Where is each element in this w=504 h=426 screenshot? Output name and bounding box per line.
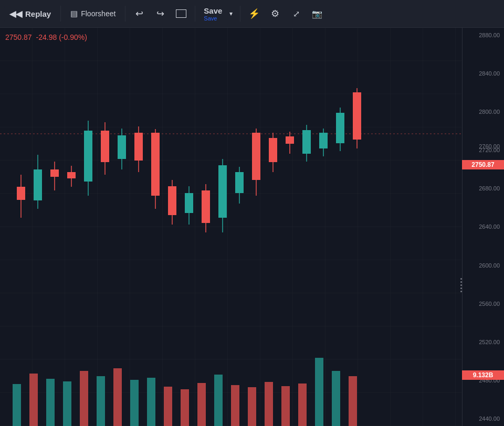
edge-dot xyxy=(460,291,462,292)
price-label-2880: 2880.00 xyxy=(463,32,504,38)
svg-rect-20 xyxy=(134,133,143,161)
fullscreen-button[interactable]: ⤢ xyxy=(287,4,306,23)
svg-rect-67 xyxy=(349,376,357,426)
svg-rect-36 xyxy=(269,138,277,162)
svg-rect-57 xyxy=(181,389,189,426)
svg-rect-66 xyxy=(332,371,340,426)
svg-rect-6 xyxy=(17,187,25,200)
svg-rect-46 xyxy=(353,92,361,140)
chart-area[interactable]: 2750.87 -24.98 (-0.90%) xyxy=(0,28,504,426)
price-label-2800: 2800.00 xyxy=(463,109,504,115)
gear-icon: ⚙ xyxy=(271,8,279,19)
current-price: 2750.87 xyxy=(5,33,32,41)
svg-rect-10 xyxy=(50,169,59,177)
svg-rect-34 xyxy=(252,133,260,180)
svg-rect-49 xyxy=(46,379,55,426)
current-price-badge: 2750.87 xyxy=(462,160,504,169)
svg-rect-63 xyxy=(281,386,290,426)
floorsheet-button[interactable]: ▤ Floorsheet xyxy=(65,6,121,22)
svg-rect-53 xyxy=(113,368,122,426)
svg-rect-18 xyxy=(118,135,126,159)
volume-chart xyxy=(0,342,488,426)
save-button[interactable]: Save Save xyxy=(200,4,226,24)
undo-icon: ↩ xyxy=(135,8,143,19)
price-label-2560: 2560.00 xyxy=(463,301,504,307)
separator-4 xyxy=(240,6,240,22)
settings-button[interactable]: ⚙ xyxy=(266,4,285,23)
floorsheet-label: Floorsheet xyxy=(81,9,116,18)
svg-rect-38 xyxy=(286,136,294,144)
undo-button[interactable]: ↩ xyxy=(130,4,149,23)
svg-rect-28 xyxy=(202,190,210,223)
svg-rect-55 xyxy=(147,378,155,426)
edge-dot xyxy=(460,281,462,283)
svg-rect-48 xyxy=(29,374,38,426)
edge-dot xyxy=(460,287,462,289)
price-info: 2750.87 -24.98 (-0.90%) xyxy=(5,33,87,41)
replay-button[interactable]: ◀◀ Replay xyxy=(4,6,56,22)
svg-rect-65 xyxy=(315,358,323,426)
svg-rect-52 xyxy=(97,376,105,426)
svg-rect-58 xyxy=(197,383,206,426)
price-label-2760: 2760.00 xyxy=(462,143,500,150)
rectangle-button[interactable] xyxy=(172,4,191,23)
replay-label: Replay xyxy=(25,9,51,18)
separator-1 xyxy=(60,6,61,22)
svg-rect-60 xyxy=(231,385,239,426)
chevron-down-icon: ▾ xyxy=(229,10,233,17)
redo-icon: ↪ xyxy=(156,8,164,19)
svg-rect-56 xyxy=(164,387,172,426)
save-dropdown-button[interactable]: ▾ xyxy=(226,7,236,20)
right-edge-indicator xyxy=(460,278,462,292)
save-sub-label: Save xyxy=(204,15,217,22)
price-change: -24.98 (-0.90%) xyxy=(36,33,87,41)
svg-rect-22 xyxy=(151,133,160,196)
svg-rect-40 xyxy=(302,130,311,154)
svg-rect-62 xyxy=(265,382,273,426)
svg-rect-64 xyxy=(298,384,307,426)
volume-badge: 9.132B xyxy=(462,370,504,380)
rectangle-icon xyxy=(176,9,186,18)
replay-icon: ◀◀ xyxy=(9,9,22,19)
lightning-button[interactable]: ⚡ xyxy=(245,4,264,23)
price-label-2640: 2640.00 xyxy=(463,223,504,230)
svg-rect-54 xyxy=(130,380,139,426)
separator-3 xyxy=(195,6,195,22)
svg-rect-47 xyxy=(13,384,21,426)
svg-rect-59 xyxy=(214,375,223,426)
separator-2 xyxy=(125,6,125,22)
save-label: Save xyxy=(204,6,222,15)
price-label-2840: 2840.00 xyxy=(463,70,504,77)
camera-icon: 📷 xyxy=(312,9,322,19)
toolbar: ◀◀ Replay ▤ Floorsheet ↩ ↪ Save Save ▾ ⚡… xyxy=(0,0,504,28)
svg-rect-51 xyxy=(80,371,88,426)
floorsheet-icon: ▤ xyxy=(70,9,78,18)
svg-rect-61 xyxy=(248,387,256,426)
fullscreen-icon: ⤢ xyxy=(293,9,300,19)
lightning-icon: ⚡ xyxy=(248,8,260,19)
svg-rect-30 xyxy=(218,165,227,218)
svg-rect-16 xyxy=(101,131,109,162)
camera-button[interactable]: 📷 xyxy=(308,4,327,23)
svg-rect-12 xyxy=(67,172,76,178)
svg-rect-8 xyxy=(34,169,42,200)
svg-rect-42 xyxy=(319,133,328,148)
save-group: Save Save ▾ xyxy=(200,4,236,24)
svg-rect-50 xyxy=(63,381,71,426)
svg-rect-24 xyxy=(168,186,176,215)
price-label-2680: 2680.00 xyxy=(463,185,504,191)
svg-rect-26 xyxy=(185,193,193,213)
svg-rect-14 xyxy=(84,131,92,182)
svg-rect-32 xyxy=(235,172,244,193)
svg-rect-44 xyxy=(336,113,344,143)
redo-button[interactable]: ↪ xyxy=(151,4,170,23)
edge-dot xyxy=(460,278,462,280)
price-label-2600: 2600.00 xyxy=(463,262,504,269)
edge-dot xyxy=(460,284,462,286)
